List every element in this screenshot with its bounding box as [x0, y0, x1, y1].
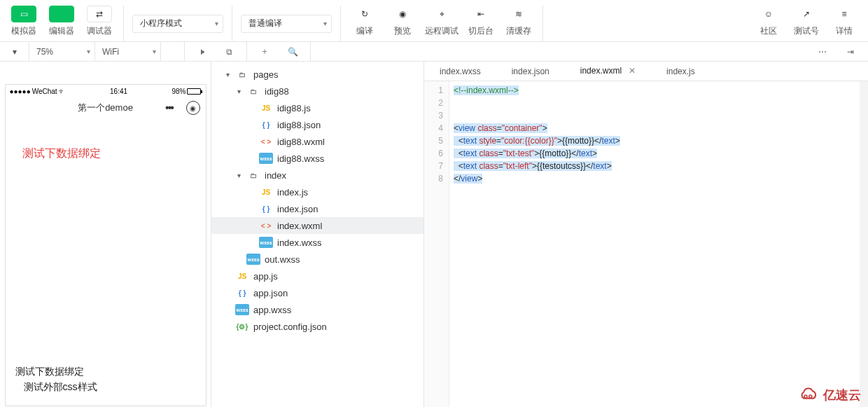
- tree-item-label: app.wxss: [253, 305, 291, 315]
- bottom-text-1: 测试下数据绑定: [15, 364, 97, 379]
- tree-item-idig88-wxml[interactable]: < >idig88.wxml: [211, 133, 424, 150]
- tree-item-label: idig88.wxss: [277, 153, 324, 164]
- battery-icon: [187, 88, 201, 95]
- tree-item-index-js[interactable]: JSindex.js: [211, 184, 424, 200]
- tree-item-app-wxss[interactable]: wxssapp.wxss: [211, 301, 424, 318]
- network-select[interactable]: WiFi: [95, 42, 161, 61]
- capsule-close-icon[interactable]: ◉: [186, 101, 200, 115]
- tree-item-label: out.wxss: [265, 254, 300, 265]
- tab-label: index.json: [512, 67, 550, 76]
- tree-item-out-wxss[interactable]: wxssout.wxss: [211, 251, 424, 268]
- js-icon: JS: [259, 186, 273, 198]
- tree-item-label: idig88.wxml: [277, 137, 325, 147]
- red-bound-text: 测试下数据绑定: [22, 146, 196, 161]
- zoom-select[interactable]: 75%: [29, 42, 95, 61]
- json-icon: { }: [259, 119, 273, 130]
- phone-time: 16:41: [110, 88, 127, 95]
- line-gutter: 12345678: [424, 81, 449, 407]
- tree-item-label: index.js: [277, 187, 308, 198]
- community-button-label: 社区: [760, 25, 777, 37]
- tree-item-label: index.json: [277, 204, 318, 214]
- wxss-icon: wxss: [235, 304, 249, 315]
- svg-point-0: [804, 395, 807, 398]
- tree-item-idig88-json[interactable]: { }idig88.json: [211, 116, 424, 133]
- file-tree: ▾🗀pages▾🗀idig88JSidig88.js{ }idig88.json…: [211, 62, 424, 339]
- watermark: 亿速云: [795, 387, 861, 403]
- chevron-down-icon: ▾: [235, 172, 242, 179]
- tab-index-json[interactable]: index.json: [496, 62, 565, 81]
- split-icon[interactable]: ⇥: [840, 47, 861, 57]
- tree-item-label: app.json: [253, 288, 288, 298]
- preview-button[interactable]: ◉: [390, 6, 415, 22]
- code-line[interactable]: [454, 97, 868, 109]
- debugger-button[interactable]: ⇄: [87, 6, 112, 22]
- code-line[interactable]: <text style="color:{{color}}">{{motto}}<…: [454, 134, 868, 147]
- tree-item-index-json[interactable]: { }index.json: [211, 200, 424, 217]
- signal-dots-icon: ●●●●●: [10, 88, 31, 95]
- code-line[interactable]: </view>: [454, 172, 868, 185]
- details-button[interactable]: ≡: [832, 6, 857, 22]
- code-line[interactable]: <view class="container">: [454, 122, 868, 134]
- tree-item-app-json[interactable]: { }app.json: [211, 284, 424, 301]
- tree-item-idig88[interactable]: ▾🗀idig88: [211, 83, 424, 99]
- close-icon[interactable]: ✕: [629, 66, 636, 76]
- compile-button-label: 编译: [356, 25, 373, 37]
- tree-item-index-wxss[interactable]: wxssindex.wxss: [211, 234, 424, 251]
- tab-index-wxss[interactable]: index.wxss: [424, 62, 496, 81]
- tab-label: index.js: [666, 67, 695, 76]
- js-icon: JS: [259, 102, 273, 113]
- test-account-button[interactable]: ↗: [794, 6, 819, 22]
- tree-item-label: idig88.json: [277, 120, 321, 130]
- tree-item-idig88-wxss[interactable]: wxssidig88.wxss: [211, 150, 424, 167]
- json-icon: { }: [235, 287, 249, 298]
- js-icon: JS: [235, 270, 249, 282]
- mute-icon[interactable]: 🕨: [192, 47, 213, 57]
- test-account-button-label: 测试号: [794, 25, 819, 37]
- simulator-button-label: 模拟器: [11, 25, 36, 37]
- editor-scrollbar[interactable]: [860, 81, 868, 407]
- tree-item-index[interactable]: ▾🗀index: [211, 167, 424, 184]
- mode-select[interactable]: 小程序模式: [132, 15, 223, 33]
- code-line[interactable]: <!--index.wxml-->: [454, 84, 868, 97]
- folder-icon: 🗀: [246, 170, 260, 181]
- collapse-simulator-button[interactable]: ▾: [0, 42, 29, 61]
- tree-item-index-wxml[interactable]: < >index.wxml: [211, 217, 424, 234]
- code-line[interactable]: <text class="txt-left">{{testoutcss}}</t…: [454, 160, 868, 172]
- detach-icon[interactable]: ⧉: [218, 47, 239, 57]
- code-line[interactable]: [454, 109, 868, 122]
- editor-button[interactable]: [49, 6, 74, 22]
- tree-item-idig88-js[interactable]: JSidig88.js: [211, 99, 424, 116]
- tree-item-label: index.wxss: [277, 237, 322, 248]
- wxml-icon: < >: [259, 220, 273, 231]
- remote-debug-button[interactable]: ⌖: [429, 6, 454, 22]
- tree-item-label: idig88: [265, 86, 289, 97]
- second-toolbar: ▾ 75% WiFi 🕨 ⧉ ＋ 🔍 ⋯ ⇥: [0, 42, 868, 62]
- tree-item-label: pages: [253, 69, 278, 80]
- tree-item-project-config-json[interactable]: {⚙}project.config.json: [211, 318, 424, 335]
- details-button-label: 详情: [836, 25, 853, 37]
- clear-cache-button[interactable]: ≋: [506, 6, 531, 22]
- tab-index-js[interactable]: index.js: [651, 62, 710, 81]
- folder-icon: 🗀: [235, 69, 249, 80]
- tab-label: index.wxss: [440, 67, 481, 76]
- simulator-button[interactable]: ▭: [11, 6, 36, 22]
- new-file-icon[interactable]: ＋: [254, 46, 275, 57]
- tree-item-label: index.wxml: [277, 221, 322, 231]
- tree-item-app-js[interactable]: JSapp.js: [211, 268, 424, 284]
- svg-point-1: [809, 395, 812, 398]
- code-line[interactable]: <text class="txt-test">{{motto}}</text>: [454, 147, 868, 160]
- tree-item-pages[interactable]: ▾🗀pages: [211, 66, 424, 83]
- community-button[interactable]: ☺: [756, 6, 781, 22]
- search-icon[interactable]: 🔍: [282, 47, 303, 57]
- preview-button-label: 预览: [394, 25, 411, 37]
- tab-index-wxml[interactable]: index.wxml✕: [565, 62, 651, 81]
- wxss-icon: wxss: [259, 237, 273, 248]
- capsule-menu-icon[interactable]: •••: [158, 101, 181, 115]
- compile-select[interactable]: 普通编译: [241, 15, 332, 33]
- code-editor[interactable]: 12345678 <!--index.wxml--> <view class="…: [424, 81, 868, 407]
- more-icon[interactable]: ⋯: [812, 47, 833, 57]
- simulator-phone: ●●●●● WeChat ᯤ 16:41 98% 第一个demoe ••• ◉ …: [5, 84, 206, 406]
- compile-button[interactable]: ↻: [352, 6, 377, 22]
- battery-pct: 98%: [172, 88, 186, 95]
- switch-bg-button[interactable]: ⇤: [468, 6, 493, 22]
